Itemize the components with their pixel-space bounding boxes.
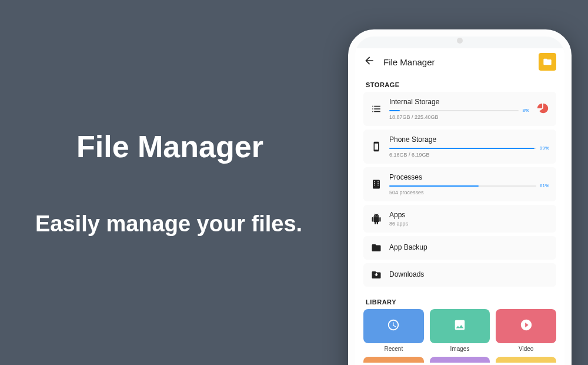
library-tile-icon	[387, 318, 400, 334]
storage-item-title: Processes	[389, 173, 549, 181]
library-labels: RecentImagesVideo	[355, 343, 564, 352]
library-tile-icon	[520, 318, 533, 334]
storage-icon	[370, 269, 382, 281]
folder-icon	[543, 57, 552, 67]
storage-item[interactable]: App Backup	[363, 236, 556, 260]
storage-pct: 8%	[522, 108, 529, 113]
library-tile-partial[interactable]	[363, 357, 424, 363]
storage-item[interactable]: Internal Storage 8% 18.87GB / 225.40GB	[363, 92, 556, 126]
library-tile[interactable]	[430, 309, 490, 343]
library-tile-partial[interactable]	[496, 357, 556, 363]
storage-progress: 8%	[389, 108, 529, 113]
promo-title: File Manager	[76, 129, 341, 164]
library-tile-label: Video	[496, 346, 556, 352]
storage-item-sub: 86 apps	[389, 221, 549, 227]
phone-frame: File Manager STORAGE Internal Storage 8%…	[348, 29, 572, 365]
pie-chart-icon[interactable]	[536, 102, 549, 115]
phone-notch	[457, 38, 463, 44]
storage-item-title: Downloads	[389, 270, 549, 278]
storage-icon	[370, 103, 382, 115]
app-header: File Manager	[355, 48, 564, 75]
storage-icon	[370, 141, 382, 152]
storage-item-title: App Backup	[389, 243, 549, 251]
promo-subtitle: Easily manage your files.	[35, 211, 341, 237]
library-tile-label: Recent	[363, 346, 424, 352]
storage-progress: 61%	[389, 183, 549, 188]
storage-section-label: STORAGE	[355, 75, 564, 92]
library-grid	[355, 309, 564, 343]
storage-progress: 99%	[389, 145, 549, 151]
storage-item-sub: 18.87GB / 225.40GB	[389, 114, 529, 120]
promo-panel: File Manager Easily manage your files.	[0, 0, 341, 365]
storage-item[interactable]: Processes 61% 504 processes	[363, 167, 556, 201]
storage-item[interactable]: Downloads	[363, 263, 556, 287]
storage-pct: 99%	[540, 145, 549, 151]
storage-item[interactable]: Apps86 apps	[363, 205, 556, 233]
storage-icon	[370, 178, 382, 190]
library-tile[interactable]	[363, 309, 424, 343]
library-tile-partial[interactable]	[430, 357, 490, 363]
storage-icon	[370, 242, 382, 254]
storage-item-sub: 6.16GB / 6.19GB	[389, 152, 549, 158]
library-next-row	[355, 352, 564, 363]
library-tile[interactable]	[496, 309, 556, 343]
storage-item-title: Apps	[389, 211, 549, 219]
library-section-label: LIBRARY	[355, 293, 564, 309]
folder-button[interactable]	[539, 53, 556, 71]
app-title: File Manager	[383, 57, 530, 67]
storage-item-sub: 504 processes	[389, 190, 549, 195]
storage-item-title: Phone Storage	[389, 135, 549, 144]
storage-item-title: Internal Storage	[389, 98, 529, 106]
back-icon[interactable]	[363, 55, 375, 69]
storage-item[interactable]: Phone Storage 99% 6.16GB / 6.19GB	[363, 130, 556, 164]
storage-pct: 61%	[540, 183, 549, 188]
library-tile-icon	[453, 318, 466, 334]
library-tile-label: Images	[430, 346, 490, 352]
storage-icon	[370, 213, 382, 225]
phone-screen: File Manager STORAGE Internal Storage 8%…	[355, 48, 564, 365]
storage-list: Internal Storage 8% 18.87GB / 225.40GB P…	[355, 92, 564, 287]
